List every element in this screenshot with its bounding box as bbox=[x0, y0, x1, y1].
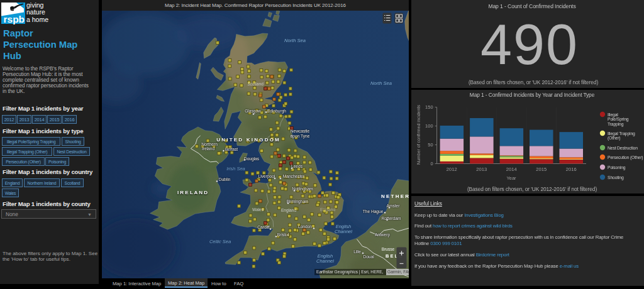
svg-text:100: 100 bbox=[425, 123, 433, 129]
svg-text:Liverpool: Liverpool bbox=[258, 174, 275, 179]
svg-text:2012: 2012 bbox=[447, 166, 457, 172]
svg-text:Irish Sea: Irish Sea bbox=[226, 166, 245, 172]
svg-text:Map 1 - Confirmed Incidents by: Map 1 - Confirmed Incidents by Year and … bbox=[470, 92, 595, 98]
svg-text:2014: 2014 bbox=[506, 166, 517, 172]
svg-text:Ireland: Ireland bbox=[202, 146, 214, 151]
svg-text:Manchester: Manchester bbox=[283, 174, 305, 178]
svg-text:England: England bbox=[320, 207, 336, 212]
svg-text:Douai: Douai bbox=[363, 254, 374, 259]
svg-text:Celtic Sea: Celtic Sea bbox=[209, 239, 231, 244]
svg-text:Channel: Channel bbox=[316, 258, 334, 264]
svg-text:Scotland: Scotland bbox=[247, 82, 264, 86]
svg-text:Garmin, FAO: Garmin, FAO bbox=[387, 270, 409, 274]
svg-text:50: 50 bbox=[428, 142, 433, 148]
svg-text:Birmingham: Birmingham bbox=[286, 199, 309, 204]
svg-text:Brusse: Brusse bbox=[382, 247, 395, 251]
svg-text:0: 0 bbox=[430, 161, 433, 166]
svg-text:London: London bbox=[298, 224, 312, 229]
svg-text:Northern: Northern bbox=[201, 142, 218, 146]
svg-text:Channel: Channel bbox=[335, 229, 352, 234]
svg-text:Poisoning: Poisoning bbox=[608, 165, 626, 170]
svg-text:North Sea: North Sea bbox=[284, 38, 306, 43]
svg-text:2015: 2015 bbox=[536, 166, 547, 172]
svg-text:Illegal: Illegal bbox=[608, 112, 618, 117]
svg-text:Bristol: Bristol bbox=[277, 232, 289, 237]
svg-text:Persecution (Other): Persecution (Other) bbox=[608, 155, 643, 160]
svg-text:(Other): (Other) bbox=[608, 136, 620, 141]
svg-text:Antwerp: Antwerp bbox=[375, 232, 391, 237]
svg-text:150: 150 bbox=[425, 104, 433, 110]
svg-text:I R E L A N D: I R E L A N D bbox=[177, 190, 208, 195]
svg-text:The Hague: The Hague bbox=[363, 209, 384, 214]
svg-text:N E T H E R: N E T H E R bbox=[381, 194, 409, 199]
svg-text:Lille: Lille bbox=[353, 249, 361, 254]
svg-text:(Based on filters chosen, or ': (Based on filters chosen, or 'UK 2012-20… bbox=[467, 186, 597, 192]
svg-text:Trapping: Trapping bbox=[608, 122, 624, 127]
svg-text:North Sea: North Sea bbox=[370, 80, 392, 86]
svg-text:Belfast: Belfast bbox=[225, 147, 238, 151]
svg-text:Year: Year bbox=[506, 175, 516, 181]
svg-text:Pole/Spring: Pole/Spring bbox=[608, 117, 629, 122]
svg-text:Rotterdam: Rotterdam bbox=[382, 216, 401, 221]
svg-text:Illegal Trapping: Illegal Trapping bbox=[608, 131, 635, 136]
svg-text:Leeds: Leeds bbox=[291, 164, 303, 168]
svg-text:England: England bbox=[281, 208, 297, 213]
svg-text:Edinburgh: Edinburgh bbox=[267, 109, 286, 114]
svg-text:Wales: Wales bbox=[252, 207, 264, 212]
svg-text:2016: 2016 bbox=[566, 166, 577, 172]
svg-text:2013: 2013 bbox=[476, 166, 487, 172]
svg-text:upon Tyne: upon Tyne bbox=[291, 134, 310, 139]
svg-text:rspb: rspb bbox=[4, 14, 25, 25]
svg-text:Shooting: Shooting bbox=[608, 175, 624, 180]
svg-text:Cardiff: Cardiff bbox=[257, 225, 269, 229]
svg-text:Earthstar Geographics | Esri,: Earthstar Geographics | Esri, HERE, bbox=[316, 270, 384, 275]
svg-text:Number of confirmed incidents: Number of confirmed incidents bbox=[416, 105, 421, 165]
svg-text:Newcastle: Newcastle bbox=[291, 129, 310, 133]
svg-text:Dublin: Dublin bbox=[219, 177, 231, 182]
svg-text:Nest Destruction: Nest Destruction bbox=[608, 146, 638, 150]
svg-text:U N I T E D K I N G D O M: U N I T E D K I N G D O M bbox=[216, 137, 279, 143]
svg-text:Douglas: Douglas bbox=[244, 156, 260, 161]
svg-text:Glasgow: Glasgow bbox=[245, 109, 261, 114]
